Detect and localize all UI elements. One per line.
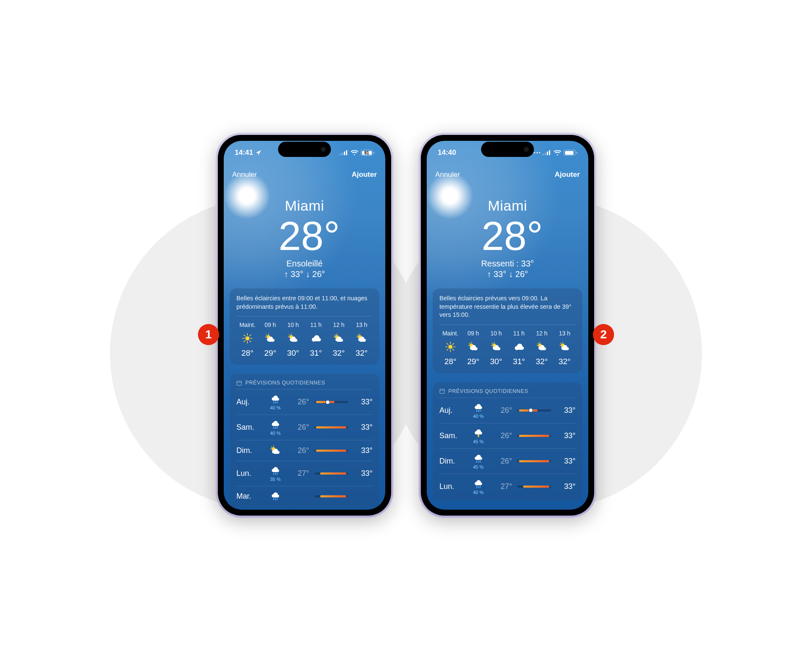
daily-forecast-card[interactable]: PRÉVISIONS QUOTIDIENNES Auj. 40 % 26° 33…: [230, 374, 379, 508]
hourly-temp: 32°: [333, 349, 345, 358]
svg-line-67: [469, 343, 470, 344]
hourly-time-label: 09 h: [467, 330, 479, 337]
svg-line-44: [274, 499, 274, 500]
hourly-forecast-row[interactable]: Maint. 28° 09 h 29° 10 h 30° 11 h 31° 12…: [236, 316, 373, 358]
hourly-time-label: Maint.: [239, 321, 255, 328]
hourly-forecast-item: 13 h 32°: [351, 321, 373, 358]
hourly-forecast-card[interactable]: Belles éclaircies prévues vers 09:00. La…: [433, 288, 582, 373]
svg-line-42: [275, 473, 276, 475]
callout-badge-2: 2: [593, 324, 614, 345]
precip-percentage: 40 %: [270, 431, 280, 436]
hourly-time-label: 09 h: [264, 321, 276, 328]
svg-line-61: [453, 349, 454, 350]
hourly-time-label: 13 h: [356, 321, 367, 328]
svg-line-31: [274, 402, 274, 403]
temp-range-bar: [517, 435, 551, 437]
calendar-icon: [439, 388, 445, 394]
hourly-forecast-item: 12 h 32°: [531, 330, 553, 366]
hourly-forecast-item: 11 h 31°: [508, 330, 530, 366]
daily-row[interactable]: Auj. 40 % 26° 33°: [236, 389, 373, 414]
hourly-forecast-item: 11 h 31°: [305, 321, 327, 358]
daily-day-label: Auj.: [439, 406, 464, 415]
hourly-temp: 31°: [310, 349, 322, 358]
svg-line-62: [447, 349, 448, 350]
svg-line-16: [266, 335, 267, 335]
hourly-temp: 29°: [467, 357, 480, 366]
daily-day-label: Dim.: [439, 457, 464, 466]
daily-low-temp: 26°: [290, 398, 309, 406]
modal-nav: Annuler Ajouter: [427, 165, 588, 179]
svg-line-20: [289, 335, 290, 335]
location-name: Miami: [427, 198, 588, 214]
hourly-temp: 28°: [241, 349, 254, 358]
precip-percentage: 40 %: [473, 490, 483, 495]
hourly-temp: 29°: [264, 349, 277, 358]
hourly-time-label: 10 h: [490, 330, 502, 337]
weather-app-screen: 14:40 Annuler Ajouter Miami 28° Ressenti…: [427, 141, 588, 510]
daily-row[interactable]: Sam. 45 % 26° 33°: [439, 423, 576, 448]
dynamic-island: [278, 142, 331, 157]
daily-low-temp: 26°: [493, 457, 512, 466]
hourly-temp: 32°: [559, 357, 571, 366]
rain-icon: 45 %: [469, 453, 488, 469]
add-button[interactable]: Ajouter: [555, 170, 580, 179]
svg-line-43: [277, 473, 277, 475]
svg-point-48: [534, 152, 535, 153]
daily-row[interactable]: Mar.: [236, 486, 373, 506]
rain-icon: 40 %: [469, 478, 488, 495]
wifi-icon: [351, 150, 358, 156]
daily-low-temp: 27°: [493, 482, 512, 491]
phone-mockup-2: 14:40 Annuler Ajouter Miami 28° Ressenti…: [419, 133, 596, 518]
daily-high-temp: 33°: [556, 482, 576, 491]
storm-icon: 45 %: [469, 428, 488, 444]
daily-low-temp: 26°: [290, 446, 309, 455]
svg-line-45: [275, 499, 276, 500]
daily-row[interactable]: Lun. 40 % 27° 33°: [439, 474, 576, 499]
svg-line-9: [244, 335, 245, 336]
svg-rect-29: [237, 381, 241, 385]
daily-row[interactable]: Lun. 35 % 27° 33°: [236, 461, 373, 486]
cancel-button[interactable]: Annuler: [435, 170, 460, 179]
hourly-forecast-item: Maint. 28°: [439, 330, 461, 366]
daily-high-temp: 33°: [556, 431, 576, 440]
daily-day-label: Sam.: [236, 423, 261, 432]
rain-icon: [266, 491, 285, 502]
daily-day-label: Sam.: [439, 431, 464, 440]
hourly-temp: 32°: [356, 349, 368, 358]
temp-range-bar: [517, 460, 551, 462]
hourly-temp: 31°: [513, 357, 525, 366]
daily-row[interactable]: Dim. 26° 33°: [236, 440, 373, 461]
svg-line-24: [335, 335, 335, 335]
svg-line-87: [478, 461, 479, 462]
cancel-button[interactable]: Annuler: [232, 170, 257, 179]
cellular-signal-icon: [543, 150, 551, 155]
weather-app-screen: 14:41 81 Annuler Ajouter Miami 28° Ensol…: [224, 141, 385, 510]
current-temp: 28°: [427, 216, 588, 256]
temp-range-bar: [517, 486, 551, 488]
svg-line-71: [492, 343, 493, 344]
temp-range-bar: [517, 409, 551, 412]
hourly-temp: 32°: [536, 357, 548, 366]
svg-line-33: [277, 402, 277, 403]
add-button[interactable]: Ajouter: [352, 170, 377, 179]
daily-forecast-card[interactable]: PRÉVISIONS QUOTIDIENNES Auj. 40 % 26° 33…: [433, 382, 582, 501]
daily-row[interactable]: Dim. 45 % 26° 33°: [439, 448, 576, 474]
svg-rect-53: [547, 151, 548, 155]
svg-rect-1: [342, 153, 343, 155]
hourly-time-label: 13 h: [559, 330, 570, 337]
cloud-icon: [513, 341, 525, 353]
svg-line-91: [480, 486, 480, 487]
status-time: 14:40: [438, 148, 456, 157]
modal-nav: Annuler Ajouter: [224, 165, 385, 179]
hourly-forecast-item: 13 h 32°: [554, 330, 576, 366]
forecast-blurb: Belles éclaircies entre 09:00 et 11:00, …: [236, 294, 373, 316]
svg-point-4: [245, 336, 250, 340]
partly-sun-icon: [287, 332, 299, 344]
precip-percentage: 40 %: [473, 414, 483, 419]
hourly-forecast-card[interactable]: Belles éclaircies entre 09:00 et 11:00, …: [230, 288, 379, 365]
daily-row[interactable]: Auj. 40 % 26° 33°: [439, 398, 576, 423]
svg-rect-54: [549, 150, 550, 155]
hourly-time-label: 10 h: [287, 321, 299, 328]
hourly-forecast-row[interactable]: Maint. 28° 09 h 29° 10 h 30° 11 h 31° 12…: [439, 325, 576, 366]
daily-row[interactable]: Sam. 40 % 26° 33°: [236, 414, 373, 440]
